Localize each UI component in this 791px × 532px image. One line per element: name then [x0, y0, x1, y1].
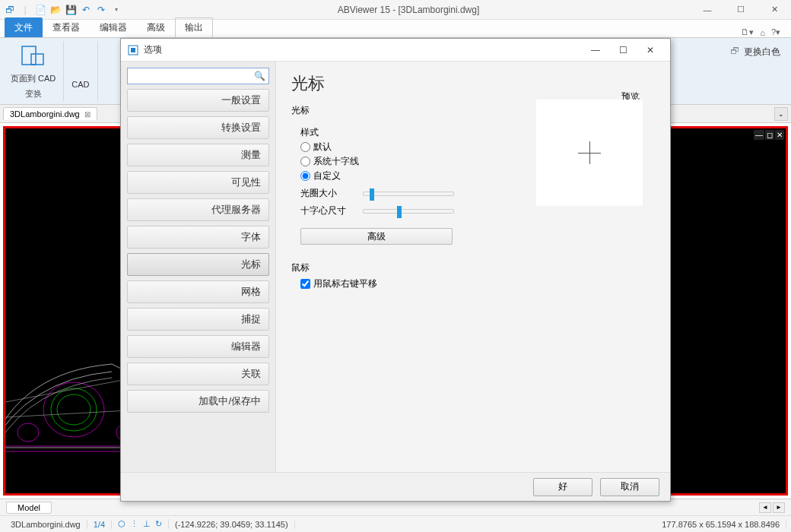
svg-point-3: [57, 394, 91, 425]
group-transform-label: 变换: [25, 88, 42, 100]
aperture-label: 光圈大小: [300, 187, 354, 200]
redo-icon[interactable]: ↷: [94, 3, 108, 17]
options-heading: 光标: [291, 72, 655, 95]
svg-point-2: [51, 388, 97, 431]
status-file: 3DLamborgini.dwg: [5, 520, 87, 529]
maximize-icon[interactable]: ☐: [724, 0, 758, 20]
advanced-button[interactable]: 高级: [300, 228, 453, 245]
swap-color-label[interactable]: 更换白色: [744, 46, 780, 59]
minimize-icon[interactable]: —: [691, 0, 724, 20]
nav-visibility[interactable]: 可见性: [127, 171, 269, 194]
dialog-title: 选项: [144, 43, 162, 56]
ribbon-tab-output[interactable]: 输出: [175, 17, 213, 37]
status-page: 1/4: [87, 520, 112, 529]
status-icon-4[interactable]: ↻: [155, 519, 162, 529]
nav-convert[interactable]: 转换设置: [127, 116, 269, 139]
nav-editor[interactable]: 编辑器: [127, 335, 269, 358]
nav-proxy[interactable]: 代理服务器: [127, 198, 269, 221]
nav-loadsave[interactable]: 加载中/保存中: [127, 390, 269, 413]
status-icon-3[interactable]: ⊥: [143, 519, 151, 529]
nav-fonts[interactable]: 字体: [127, 226, 269, 249]
crosshair-slider[interactable]: [363, 209, 454, 214]
ribbon-home-icon[interactable]: ⌂: [760, 28, 765, 37]
window-title: ABViewer 15 - [3DLamborgini.dwg]: [126, 5, 691, 15]
options-search-input[interactable]: [131, 71, 254, 81]
viewport-min-icon[interactable]: —: [754, 130, 764, 140]
viewport-max-icon[interactable]: ◻: [765, 130, 774, 140]
ribbon-tab-advanced[interactable]: 高级: [137, 17, 175, 37]
doc-tabs-overflow-icon[interactable]: ⌄: [774, 107, 788, 121]
options-dialog: 选项 — ☐ ✕ 🔍 一般设置 转换设置 测量 可见性 代理服务器 字体 光标 …: [120, 38, 671, 502]
dialog-close-icon[interactable]: ✕: [637, 40, 664, 61]
nav-snap[interactable]: 捕捉: [127, 308, 269, 331]
mouse-group-label: 鼠标: [291, 261, 655, 274]
status-icon-2[interactable]: ⋮: [130, 519, 138, 529]
cursor-preview: [536, 100, 643, 206]
nav-assoc[interactable]: 关联: [127, 363, 269, 385]
ok-button[interactable]: 好: [533, 478, 592, 496]
cancel-button[interactable]: 取消: [600, 478, 659, 496]
dialog-maximize-icon[interactable]: ☐: [609, 40, 637, 61]
swap-color-icon[interactable]: 🗗: [730, 46, 739, 56]
scroll-right-icon[interactable]: ►: [773, 502, 785, 513]
status-coords: (-124.9226; 39.0459; 33.1145): [169, 520, 295, 529]
ribbon-tab-file[interactable]: 文件: [5, 17, 43, 37]
document-tab-close-icon[interactable]: ⊠: [84, 110, 91, 119]
nav-cursor[interactable]: 光标: [127, 253, 269, 276]
ribbon-tab-editor[interactable]: 编辑器: [90, 17, 137, 37]
document-tab-label: 3DLamborgini.dwg: [10, 109, 80, 119]
svg-point-5: [17, 423, 39, 442]
nav-measure[interactable]: 测量: [127, 144, 269, 166]
status-icon-1[interactable]: ⬡: [118, 519, 125, 529]
viewport-close-icon[interactable]: ✕: [775, 130, 784, 140]
model-tab[interactable]: Model: [6, 502, 52, 514]
qat-dropdown-icon[interactable]: ▾: [110, 3, 123, 17]
svg-point-4: [43, 382, 104, 437]
page-to-cad-icon[interactable]: [20, 43, 47, 70]
app-icon: 🗗: [3, 3, 17, 17]
close-icon[interactable]: ✕: [758, 0, 791, 20]
search-icon[interactable]: 🔍: [254, 71, 265, 81]
sep-icon: |: [18, 3, 32, 17]
status-dims: 177.8765 x 65.1594 x 188.8496: [656, 520, 786, 529]
dialog-minimize-icon[interactable]: —: [582, 40, 609, 61]
dialog-icon: [127, 44, 139, 56]
aperture-slider[interactable]: [363, 192, 454, 196]
open-icon[interactable]: 📂: [49, 3, 62, 17]
document-tab[interactable]: 3DLamborgini.dwg ⊠: [3, 107, 97, 120]
undo-icon[interactable]: ↶: [79, 3, 93, 17]
mouse-pan-checkbox[interactable]: 用鼠标右键平移: [300, 277, 655, 290]
ribbon-doc-icon[interactable]: 🗋▾: [741, 27, 754, 37]
ribbon-help-icon[interactable]: ?▾: [771, 27, 780, 37]
page-to-cad-label: 页面到 CAD: [11, 73, 56, 84]
save-icon[interactable]: 💾: [64, 3, 78, 17]
nav-grid[interactable]: 网格: [127, 280, 269, 303]
crosshair-label: 十字心尺寸: [300, 204, 354, 217]
cad-label: CAD: [71, 80, 89, 89]
nav-general[interactable]: 一般设置: [127, 89, 269, 112]
svg-rect-8: [131, 48, 135, 52]
svg-rect-1: [31, 54, 43, 65]
svg-rect-0: [22, 46, 36, 65]
ribbon-tab-viewer[interactable]: 查看器: [43, 17, 90, 37]
options-search[interactable]: 🔍: [127, 68, 269, 84]
scroll-left-icon[interactable]: ◄: [759, 502, 771, 513]
new-icon[interactable]: 📄: [33, 3, 47, 17]
crosshair-icon: [578, 141, 601, 164]
